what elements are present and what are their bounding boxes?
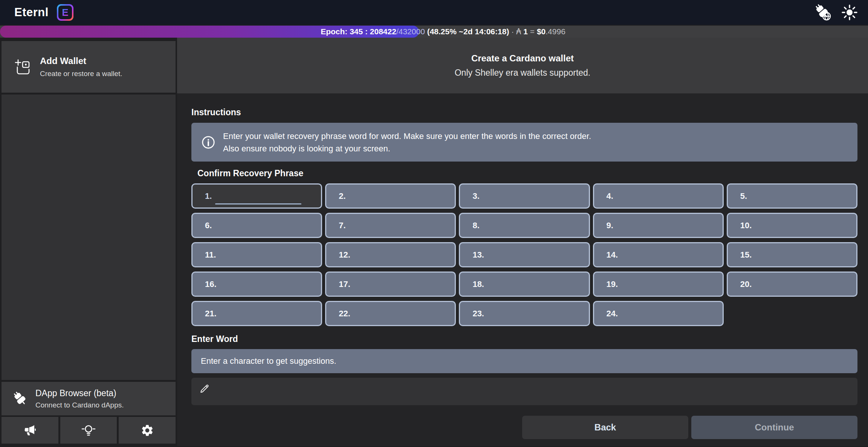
recovery-word-number: 4.: [607, 191, 613, 201]
recovery-word-number: 19.: [607, 279, 618, 289]
recovery-word-number: 3.: [472, 191, 479, 201]
recovery-word-slot[interactable]: 18.: [459, 272, 590, 297]
theme-sun-icon[interactable]: [842, 5, 857, 20]
recovery-word-number: 18.: [472, 279, 484, 289]
tips-button[interactable]: [60, 417, 117, 444]
recovery-word-slot[interactable]: 8.: [459, 213, 590, 238]
dapp-connector-globe-icon[interactable]: [813, 4, 832, 21]
recovery-word-number: 16.: [205, 279, 217, 289]
recovery-word-number: 14.: [607, 250, 618, 260]
sidebar-bottom-icons: [2, 417, 176, 444]
recovery-word-slot[interactable]: 16.: [191, 272, 322, 297]
enter-word-label: Enter Word: [191, 334, 857, 344]
recovery-word-number: 2.: [339, 191, 345, 201]
dapp-browser-title: DApp Browser (beta): [35, 388, 124, 398]
recovery-word-slot[interactable]: 7.: [325, 213, 456, 238]
recovery-word-slot[interactable]: 15.: [727, 242, 857, 267]
brand-name: Eternl: [14, 6, 49, 19]
recovery-word-slot[interactable]: 23.: [459, 301, 590, 326]
recovery-word-slot[interactable]: 17.: [325, 272, 456, 297]
back-button[interactable]: Back: [522, 416, 688, 439]
recovery-word-number: 15.: [740, 250, 752, 260]
recovery-word-slot[interactable]: 6.: [191, 213, 322, 238]
sidebar-item-add-wallet[interactable]: Add Wallet Create or restore a wallet.: [2, 41, 176, 93]
recovery-word-slot[interactable]: 11.: [191, 242, 322, 267]
info-icon: [201, 135, 215, 150]
recovery-word-number: 7.: [339, 221, 345, 230]
recovery-word-number: 22.: [339, 309, 350, 319]
page-subtitle: Only Shelley era wallets supported.: [455, 68, 591, 78]
top-nav-bar: Eternl E: [0, 0, 868, 25]
announcements-icon: [23, 424, 37, 437]
word-entry-area[interactable]: [191, 378, 857, 405]
recovery-word-number: 24.: [607, 309, 618, 319]
tips-lightbulb-icon: [81, 423, 96, 438]
recovery-word-slot[interactable]: 14.: [593, 242, 724, 267]
settings-button[interactable]: [119, 417, 176, 444]
recovery-word-slot[interactable]: 4.: [593, 183, 724, 209]
recovery-word-slot[interactable]: 10.: [727, 213, 857, 238]
wizard-content: Instructions Enter your wallet recovery …: [177, 93, 868, 446]
recovery-word-slot[interactable]: 3.: [459, 183, 590, 209]
recovery-word-slot[interactable]: 19.: [593, 272, 724, 297]
recovery-word-slot[interactable]: 13.: [459, 242, 590, 267]
instructions-label: Instructions: [191, 107, 857, 117]
recovery-word-slot[interactable]: 20.: [727, 272, 857, 297]
confirm-recovery-phrase-label: Confirm Recovery Phrase: [197, 168, 857, 178]
recovery-word-slot[interactable]: 1.: [191, 183, 322, 209]
recovery-word-slot[interactable]: 9.: [593, 213, 724, 238]
recovery-word-slot[interactable]: 24.: [593, 301, 724, 326]
recovery-word-number: 6.: [205, 221, 212, 230]
announcements-button[interactable]: [2, 417, 58, 444]
recovery-word-slot[interactable]: 2.: [325, 183, 456, 209]
epoch-progress-bar: Epoch: 345 : 208422/432000 (48.25% ~2d 1…: [0, 26, 868, 38]
recovery-word-number: 20.: [740, 279, 752, 289]
word-suggestion-input[interactable]: Enter a character to get suggestions.: [191, 349, 857, 373]
recovery-phrase-grid: 1.2.3.4.5.6.7.8.9.10.11.12.13.14.15.16.1…: [191, 183, 857, 326]
recovery-word-number: 13.: [472, 250, 484, 260]
recovery-word-number: 21.: [205, 309, 217, 319]
recovery-word-number: 9.: [607, 221, 613, 230]
recovery-word-number: 10.: [740, 221, 752, 230]
recovery-word-number: 11.: [205, 250, 216, 260]
page-title: Create a Cardano wallet: [471, 53, 574, 64]
recovery-word-number: 23.: [472, 309, 484, 319]
eternl-logo-icon: E: [57, 4, 73, 21]
wizard-actions: Back Continue: [191, 416, 857, 439]
sidebar: Add Wallet Create or restore a wallet. D…: [0, 38, 177, 446]
sidebar-empty-area: [2, 95, 176, 380]
pencil-icon: [199, 383, 857, 394]
recovery-word-slot[interactable]: 22.: [325, 301, 456, 326]
recovery-word-slot[interactable]: 12.: [325, 242, 456, 267]
sidebar-item-dapp-browser[interactable]: DApp Browser (beta) Connect to Cardano d…: [2, 382, 176, 415]
recovery-word-number: 8.: [472, 221, 479, 230]
main-area: Create a Cardano wallet Only Shelley era…: [177, 38, 868, 446]
add-wallet-icon: [14, 58, 32, 76]
recovery-word-number: 1.: [205, 191, 212, 201]
page-header: Create a Cardano wallet Only Shelley era…: [177, 38, 868, 93]
recovery-word-slot[interactable]: 5.: [727, 183, 857, 209]
recovery-word-slot[interactable]: 21.: [191, 301, 322, 326]
epoch-progress-text: Epoch: 345 : 208422/432000 (48.25% ~2d 1…: [0, 26, 868, 38]
continue-button[interactable]: Continue: [691, 416, 857, 439]
dapp-plug-icon: [11, 390, 29, 407]
recovery-word-number: 17.: [339, 279, 350, 289]
instructions-text: Enter your wallet recovery phrase word f…: [223, 130, 591, 155]
instructions-info-box: Enter your wallet recovery phrase word f…: [191, 123, 857, 162]
recovery-word-number: 5.: [740, 191, 747, 201]
add-wallet-title: Add Wallet: [40, 56, 122, 66]
add-wallet-subtitle: Create or restore a wallet.: [40, 70, 122, 78]
dapp-browser-subtitle: Connect to Cardano dApps.: [35, 401, 124, 409]
recovery-word-number: 12.: [339, 250, 350, 260]
word-suggestion-placeholder: Enter a character to get suggestions.: [201, 356, 336, 366]
settings-gear-icon: [141, 424, 154, 437]
